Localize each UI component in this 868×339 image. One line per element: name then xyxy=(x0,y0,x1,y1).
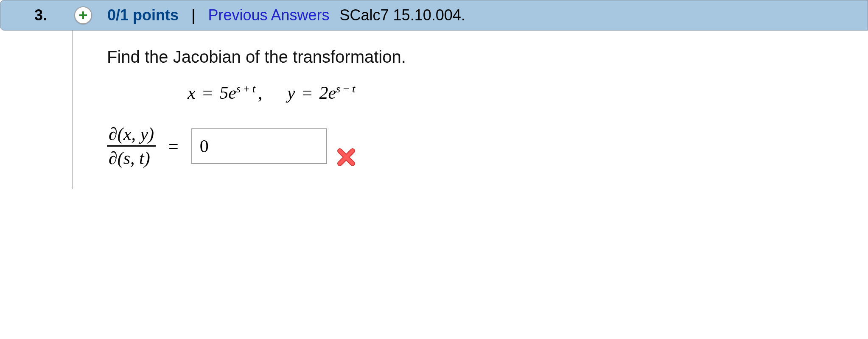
plus-icon xyxy=(78,11,88,20)
question-container: 3. 0/1 points | Previous Answers SCalc7 … xyxy=(0,0,868,189)
jacobian-numerator: ∂(x, y) xyxy=(107,124,156,147)
points-text: 0/1 points xyxy=(107,6,179,24)
answer-input[interactable] xyxy=(191,128,327,164)
equation-x-coef: 5 xyxy=(219,83,228,103)
equation-y-coef: 2 xyxy=(319,83,328,103)
answer-row: ∂(x, y) ∂(s, t) = xyxy=(107,124,868,168)
equals-sign: = xyxy=(164,136,183,156)
question-prompt: Find the Jacobian of the transformation. xyxy=(107,47,868,67)
jacobian-denominator: ∂(s, t) xyxy=(107,147,152,168)
svg-rect-1 xyxy=(79,14,87,16)
equation-x-exponent: s + t xyxy=(236,83,255,95)
textbook-source: SCalc7 15.10.004. xyxy=(340,6,465,24)
equation-x-var: x xyxy=(188,83,196,103)
answer-mark xyxy=(336,147,357,172)
previous-answers-link[interactable]: Previous Answers xyxy=(208,6,329,24)
question-body: Find the Jacobian of the transformation.… xyxy=(72,31,868,189)
expand-button[interactable] xyxy=(74,6,92,24)
jacobian-fraction: ∂(x, y) ∂(s, t) xyxy=(107,124,156,168)
incorrect-icon xyxy=(336,147,357,168)
transformation-equations: x = 5es + t, y = 2es − t xyxy=(188,83,868,103)
header-divider: | xyxy=(191,6,195,24)
question-number: 3. xyxy=(34,6,47,24)
equation-y-exponent: s − t xyxy=(336,83,355,95)
question-header: 3. 0/1 points | Previous Answers SCalc7 … xyxy=(0,0,868,31)
equation-y-var: y xyxy=(287,83,295,103)
